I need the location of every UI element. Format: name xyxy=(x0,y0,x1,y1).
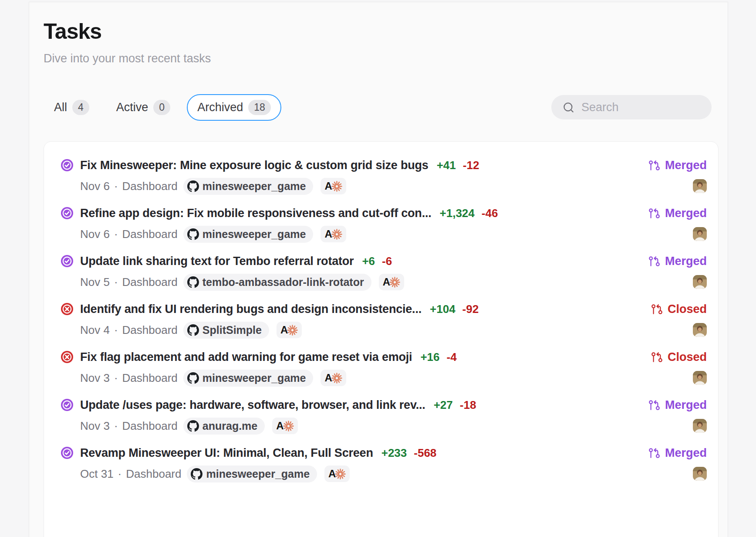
github-mark-icon xyxy=(187,180,199,192)
pull-request-arrow-icon xyxy=(648,207,660,219)
github-mark-icon xyxy=(187,276,199,288)
repo-name: minesweeper_game xyxy=(206,468,310,480)
deletions-count: -18 xyxy=(460,398,476,412)
task-row-main-line: Update /uses page: hardware, software, b… xyxy=(61,397,707,413)
task-meta: Nov 4 · Dashboard xyxy=(80,323,178,337)
search-icon xyxy=(563,102,574,113)
meta-separator: · xyxy=(114,371,118,385)
task-row[interactable]: Update link sharing text for Tembo refer… xyxy=(61,248,707,296)
meta-separator: · xyxy=(114,323,118,337)
pr-status-label: Closed xyxy=(668,350,707,364)
claude-starburst-icon xyxy=(334,468,346,480)
task-date: Nov 3 xyxy=(80,371,110,385)
model-badge: A xyxy=(321,178,346,194)
repo-badge[interactable]: minesweeper_game xyxy=(183,178,314,195)
additions-count: +41 xyxy=(437,159,456,172)
tab-count-badge: 4 xyxy=(72,100,89,116)
task-source: Dashboard xyxy=(122,323,178,337)
claude-starburst-icon xyxy=(331,372,343,384)
github-mark-icon xyxy=(187,324,199,336)
task-row-meta-line: Nov 3 · Dashboard minesweeper_game A xyxy=(80,369,707,387)
meta-separator: · xyxy=(114,419,118,433)
meta-separator: · xyxy=(114,275,118,289)
repo-badge[interactable]: minesweeper_game xyxy=(183,370,314,387)
task-title: Update link sharing text for Tembo refer… xyxy=(80,255,354,268)
meta-separator: · xyxy=(114,228,118,241)
search-input[interactable] xyxy=(580,100,736,115)
repo-name: anurag.me xyxy=(202,420,257,432)
additions-count: +104 xyxy=(430,302,456,316)
model-badge: A xyxy=(321,370,346,386)
repo-badge[interactable]: tembo-ambassador-link-rotator xyxy=(183,274,371,291)
task-date: Oct 31 xyxy=(80,467,114,481)
deletions-count: -6 xyxy=(382,255,392,268)
task-row-meta-line: Nov 6 · Dashboard minesweeper_game A xyxy=(80,177,707,195)
model-badge: A xyxy=(272,418,297,434)
task-row[interactable]: Update /uses page: hardware, software, b… xyxy=(61,392,707,440)
pr-status-label: Merged xyxy=(665,207,707,220)
claude-starburst-icon xyxy=(287,324,298,336)
toolbar: All 4 Active 0 Archived 18 xyxy=(44,94,719,121)
task-row-main-line: Fix Minesweeper: Mine exposure logic & c… xyxy=(61,157,707,173)
pr-status: Merged xyxy=(648,207,707,220)
task-row[interactable]: Fix Minesweeper: Mine exposure logic & c… xyxy=(61,152,707,200)
deletions-count: -4 xyxy=(447,350,457,364)
task-title: Refine app design: Fix mobile responsive… xyxy=(80,207,432,220)
repo-badge[interactable]: minesweeper_game xyxy=(183,226,314,243)
pr-status-label: Closed xyxy=(668,302,707,316)
claude-starburst-icon xyxy=(331,180,343,192)
task-row-meta-line: Oct 31 · Dashboard minesweeper_game A xyxy=(80,465,707,483)
task-date: Nov 6 xyxy=(80,228,110,241)
task-row-main-line: Revamp Minesweeper UI: Minimal, Clean, F… xyxy=(61,445,707,461)
task-row-main-line: Identify and fix UI rendering bugs and d… xyxy=(61,301,707,317)
task-meta: Oct 31 · Dashboard xyxy=(80,467,181,481)
task-row-main-line: Update link sharing text for Tembo refer… xyxy=(61,253,707,269)
additions-count: +1,324 xyxy=(440,207,475,220)
task-source: Dashboard xyxy=(122,419,178,433)
additions-count: +6 xyxy=(362,255,375,268)
task-row-main-line: Refine app design: Fix mobile responsive… xyxy=(61,205,707,221)
check-circle-icon xyxy=(61,447,73,459)
task-row[interactable]: Revamp Minesweeper UI: Minimal, Clean, F… xyxy=(61,440,707,488)
task-date: Nov 4 xyxy=(80,323,110,337)
task-row[interactable]: Identify and fix UI rendering bugs and d… xyxy=(61,296,707,344)
tab-count-badge: 0 xyxy=(153,100,170,116)
x-circle-icon xyxy=(61,303,73,315)
task-title: Revamp Minesweeper UI: Minimal, Clean, F… xyxy=(80,446,373,460)
pr-status: Merged xyxy=(648,255,707,268)
avatar xyxy=(693,275,707,289)
additions-count: +233 xyxy=(381,446,407,460)
filter-tab-all[interactable]: All 4 xyxy=(44,94,100,121)
additions-count: +16 xyxy=(420,350,439,364)
pull-request-arrow-icon xyxy=(651,303,663,315)
filter-tab-active[interactable]: Active 0 xyxy=(106,94,181,121)
repo-badge[interactable]: minesweeper_game xyxy=(187,466,317,483)
repo-badge[interactable]: anurag.me xyxy=(183,418,265,435)
page-title: Tasks xyxy=(44,20,728,43)
github-mark-icon xyxy=(187,228,199,240)
claude-starburst-icon xyxy=(283,420,294,432)
additions-count: +27 xyxy=(434,398,453,412)
filter-tab-archived[interactable]: Archived 18 xyxy=(187,94,281,121)
model-badge: A xyxy=(379,274,404,290)
task-row[interactable]: Fix flag placement and add warning for g… xyxy=(61,344,707,392)
task-source: Dashboard xyxy=(122,180,178,193)
task-source: Dashboard xyxy=(122,228,178,241)
avatar xyxy=(693,323,707,337)
task-date: Nov 5 xyxy=(80,275,110,289)
task-row[interactable]: Refine app design: Fix mobile responsive… xyxy=(61,200,707,248)
pr-status: Closed xyxy=(651,350,707,364)
pr-status-label: Merged xyxy=(665,159,707,172)
task-source: Dashboard xyxy=(122,275,178,289)
meta-separator: · xyxy=(118,467,122,481)
task-row-meta-line: Nov 5 · Dashboard tembo-ambassador-link-… xyxy=(80,273,707,291)
diff-stats: +1,324 -46 xyxy=(440,207,498,220)
search-box[interactable] xyxy=(551,95,712,119)
pull-request-arrow-icon xyxy=(648,447,660,459)
pr-status: Merged xyxy=(648,398,707,412)
task-meta: Nov 5 · Dashboard xyxy=(80,275,178,289)
pr-status-label: Merged xyxy=(665,398,707,412)
check-circle-icon xyxy=(61,399,73,411)
task-source: Dashboard xyxy=(122,371,178,385)
repo-badge[interactable]: SplitSimple xyxy=(183,322,269,339)
